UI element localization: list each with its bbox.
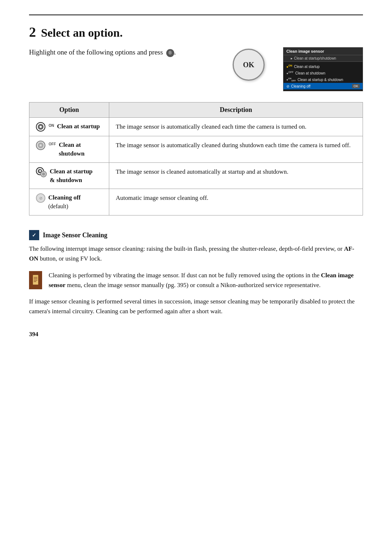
- cam-off-icon: ●OFF: [286, 71, 293, 75]
- option-cell-2: OFF Clean at shutdown: [29, 136, 109, 163]
- page-number: 394: [29, 331, 363, 338]
- camera-menu-item-3: ●ONOFF Clean at startup & shutdown: [283, 76, 363, 83]
- note-title: Image Sensor Cleaning: [43, 231, 107, 239]
- description-cell-1: The image sensor is automatically cleane…: [109, 118, 363, 136]
- period: .: [174, 48, 176, 56]
- ok-button-visual: OK: [229, 49, 269, 81]
- off-shutdown-icon: [36, 141, 45, 150]
- step-number: 2: [29, 24, 36, 40]
- option-label-4-wrap: Cleaning off (default): [48, 193, 81, 211]
- tip-icon: [29, 271, 42, 289]
- on-label-super: ON: [49, 123, 54, 128]
- table-row-2: OFF Clean at shutdown The image sensor i…: [29, 136, 363, 163]
- option-cell-3: Clean at startup & shutdown: [29, 162, 109, 189]
- ok-symbol-inline: ®: [166, 49, 174, 57]
- off-label-super: OFF: [49, 141, 56, 147]
- clean-image-sensor-bold: Clean image sensor: [49, 272, 354, 289]
- on-startup-icon: [36, 122, 45, 132]
- cam-item-label-4: Cleaning off: [291, 84, 310, 88]
- note-para-1: The following interrupt image sensor cle…: [29, 244, 363, 263]
- both-icon: [36, 167, 47, 177]
- cam-on-icon: ●ON: [286, 64, 292, 69]
- tip-row: Cleaning is performed by vibrating the i…: [29, 270, 363, 290]
- description-cell-2: The image sensor is automatically cleane…: [109, 136, 363, 163]
- option-label-3-wrap: Clean at startup & shutdown: [50, 167, 93, 185]
- table-row-4: ⊘ Cleaning off (default) Automatic image…: [29, 189, 363, 215]
- ok-circle: OK: [233, 49, 265, 81]
- step-body: Highlight one of the following options a…: [29, 47, 363, 91]
- camera-menu-item-4: ⊘ Cleaning off OK: [283, 83, 363, 89]
- option-cell-1: ON Clean at startup: [29, 118, 109, 136]
- note-section: ✓ Image Sensor Cleaning The following in…: [29, 230, 363, 316]
- top-rule: [29, 15, 363, 15]
- clean-off-icon: ⊘: [36, 193, 45, 203]
- camera-menu-item-1: ●ON Clean at startup: [283, 63, 363, 70]
- cam-ok-badge: OK: [352, 84, 360, 88]
- camera-menu-item-2: ●OFF Clean at shutdown: [283, 70, 363, 76]
- camera-menu-box: Clean image sensor ▸Clean at startup/shu…: [283, 47, 363, 91]
- cam-item-label-1: Clean at startup: [294, 65, 320, 69]
- options-table: Option Description ON Clean at startup: [29, 102, 363, 215]
- cam-item-label-2: Clean at shutdown: [295, 71, 325, 75]
- intro-text: Highlight one of the following options a…: [29, 47, 214, 58]
- af-on-bold: AF-ON: [29, 245, 354, 262]
- table-row-1: ON Clean at startup The image sensor is …: [29, 118, 363, 136]
- option-label-2-wrap: Clean at shutdown: [59, 141, 85, 158]
- col-description-header: Description: [109, 102, 363, 118]
- note-para-2: Cleaning is performed by vibrating the i…: [49, 270, 363, 290]
- description-cell-4: Automatic image sensor cleaning off.: [109, 189, 363, 215]
- step-heading: 2 Select an option.: [29, 24, 363, 40]
- camera-menu-items: ●ON Clean at startup ●OFF Clean at shutd…: [283, 62, 363, 91]
- note-header: ✓ Image Sensor Cleaning: [29, 230, 363, 240]
- col-option-header: Option: [29, 102, 109, 118]
- option-label-4a: Cleaning off: [48, 193, 81, 202]
- option-label-1: Clean at startup: [57, 122, 100, 131]
- step-title: Select an option.: [41, 26, 123, 40]
- cam-clean-off-icon: ⊘: [286, 84, 289, 88]
- note-check-icon: ✓: [29, 230, 39, 240]
- option-label-2a: Clean at: [59, 141, 85, 149]
- table-row-3: Clean at startup & shutdown The image se…: [29, 162, 363, 189]
- description-cell-3: The image sensor is cleaned automaticall…: [109, 162, 363, 189]
- cam-item-label-3: Clean at startup & shutdown: [298, 78, 343, 82]
- option-cell-4: ⊘ Cleaning off (default): [29, 189, 109, 215]
- option-label-2b: shutdown: [59, 149, 85, 158]
- note-para-3: If image sensor cleaning is performed se…: [29, 297, 363, 316]
- option-label-3a: Clean at startup: [50, 167, 93, 176]
- option-label-4b: (default): [48, 202, 81, 211]
- option-label-3b: & shutdown: [50, 176, 93, 185]
- camera-menu-subtitle: ▸Clean at startup/shutdown: [283, 55, 363, 62]
- camera-menu-title: Clean image sensor: [283, 48, 363, 55]
- cam-both-icon: ●ONOFF: [286, 77, 296, 82]
